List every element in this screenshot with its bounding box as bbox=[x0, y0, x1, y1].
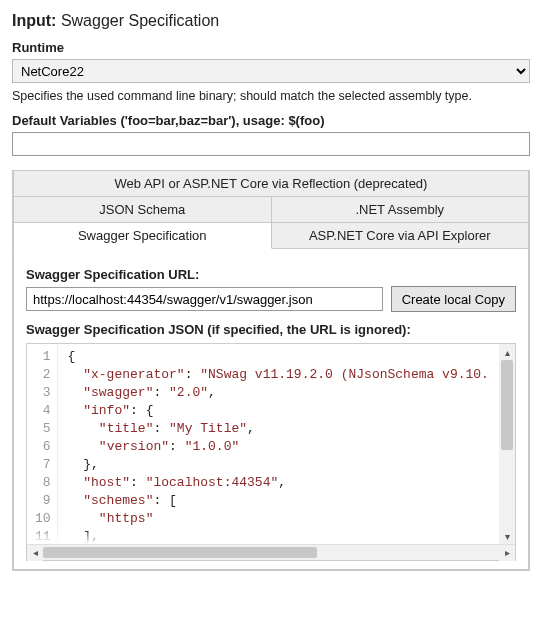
scroll-left-icon[interactable]: ◂ bbox=[27, 545, 43, 561]
tab-dotnet-assembly[interactable]: .NET Assembly bbox=[272, 197, 530, 223]
runtime-help-text: Specifies the used command line binary; … bbox=[12, 89, 530, 103]
page-title-prefix: Input: bbox=[12, 12, 56, 29]
scroll-down-icon[interactable]: ▾ bbox=[499, 528, 515, 544]
horizontal-scroll-thumb[interactable] bbox=[43, 547, 317, 558]
tab-reflection[interactable]: Web API or ASP.NET Core via Reflection (… bbox=[13, 170, 529, 197]
tab-api-explorer-label: ASP.NET Core via API Explorer bbox=[309, 228, 491, 243]
tab-json-schema[interactable]: JSON Schema bbox=[13, 197, 272, 223]
default-variables-input[interactable] bbox=[12, 132, 530, 156]
default-variables-label: Default Variables ('foo=bar,baz=bar'), u… bbox=[12, 113, 530, 128]
swagger-json-editor[interactable]: 12345678910111213 { "x-generator": "NSwa… bbox=[26, 343, 516, 561]
swagger-url-input[interactable] bbox=[26, 287, 383, 311]
create-local-copy-button[interactable]: Create local Copy bbox=[391, 286, 516, 312]
page-title: Input: Swagger Specification bbox=[12, 12, 530, 30]
vertical-scrollbar[interactable]: ▴ ▾ bbox=[499, 344, 515, 544]
vertical-scroll-thumb[interactable] bbox=[501, 360, 513, 450]
scroll-up-icon[interactable]: ▴ bbox=[499, 344, 515, 360]
tab-json-schema-label: JSON Schema bbox=[99, 202, 185, 217]
tab-dotnet-assembly-label: .NET Assembly bbox=[355, 202, 444, 217]
tab-swagger-spec[interactable]: Swagger Specification bbox=[13, 223, 272, 249]
swagger-url-label: Swagger Specification URL: bbox=[26, 267, 516, 282]
tab-api-explorer[interactable]: ASP.NET Core via API Explorer bbox=[272, 223, 530, 249]
runtime-label: Runtime bbox=[12, 40, 530, 55]
swagger-panel: Swagger Specification URL: Create local … bbox=[13, 249, 529, 570]
page-title-text: Swagger Specification bbox=[61, 12, 219, 29]
code-content[interactable]: { "x-generator": "NSwag v11.19.2.0 (NJso… bbox=[58, 344, 515, 544]
input-tabs: Web API or ASP.NET Core via Reflection (… bbox=[12, 170, 530, 571]
tab-swagger-spec-label: Swagger Specification bbox=[78, 228, 207, 243]
scroll-right-icon[interactable]: ▸ bbox=[499, 545, 515, 561]
create-local-copy-label: Create local Copy bbox=[402, 292, 505, 307]
code-gutter: 12345678910111213 bbox=[27, 344, 58, 544]
tab-reflection-label: Web API or ASP.NET Core via Reflection (… bbox=[115, 176, 428, 191]
swagger-json-label: Swagger Specification JSON (if specified… bbox=[26, 322, 516, 337]
runtime-select[interactable]: NetCore22 bbox=[12, 59, 530, 83]
horizontal-scrollbar[interactable]: ◂ ▸ bbox=[27, 544, 515, 560]
